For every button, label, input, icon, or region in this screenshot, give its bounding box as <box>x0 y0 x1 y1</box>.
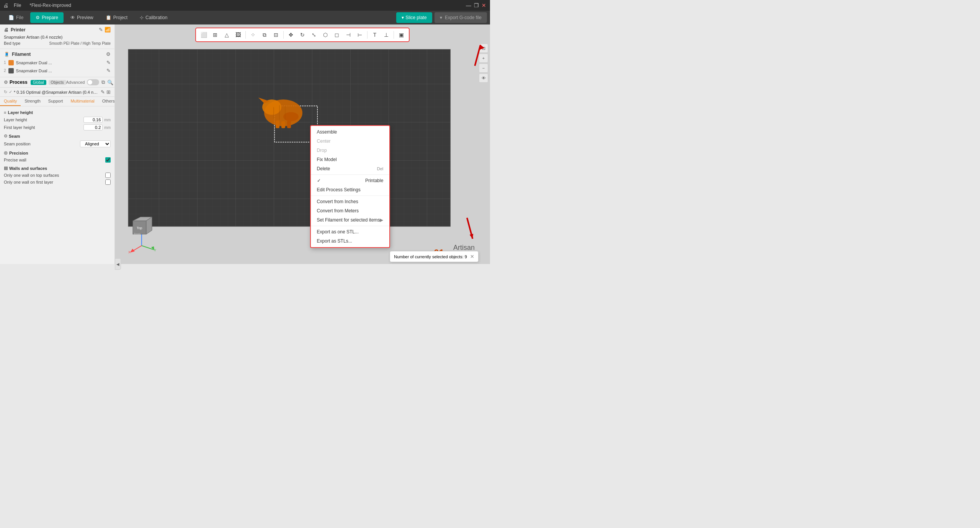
file-menu[interactable]: File <box>11 2 23 9</box>
arrange-button[interactable]: ⊞ <box>210 29 220 40</box>
filament-settings-button[interactable]: ⚙ <box>106 51 111 57</box>
export-button[interactable]: ▾ Export G-code file <box>434 12 487 23</box>
search-process-button[interactable]: ⊞ <box>106 89 111 95</box>
layer-height-input[interactable] <box>83 117 103 123</box>
refresh-icon: ↻ <box>4 90 7 95</box>
view-cube[interactable]: Top Front <box>127 213 154 241</box>
plate-button[interactable]: ▣ <box>396 29 407 40</box>
tab-preview[interactable]: 👁 Preview <box>65 12 99 23</box>
ctx-convert-meters[interactable]: Convert from Meters <box>311 206 390 215</box>
edit-process-button[interactable]: ✎ <box>101 89 105 95</box>
svg-line-20 <box>142 246 153 249</box>
tab-multimaterial[interactable]: Multimaterial <box>67 97 98 106</box>
preview-icon: 👁 <box>70 15 75 20</box>
one-wall-top-row: Only one wall on top surfaces <box>4 172 111 179</box>
add-primitive-button[interactable]: ⬜ <box>198 29 209 40</box>
ctx-export-stls[interactable]: Export as STLs... <box>311 236 390 246</box>
prepare-icon: ⚙ <box>36 15 40 20</box>
text-button[interactable]: T <box>369 29 380 40</box>
ctx-edit-process[interactable]: Edit Process Settings <box>311 185 390 194</box>
ctx-export-one-stl[interactable]: Export as one STL... <box>311 227 390 236</box>
seam-position-row: Seam position Aligned Rear Random <box>4 140 111 148</box>
one-wall-top-checkbox[interactable] <box>105 173 111 178</box>
move-button[interactable]: ✥ <box>286 29 296 40</box>
chevron-down-icon-2: ▾ <box>440 15 442 20</box>
process-selector: ↻ ✓ * 0.16 Optimal @Snapmaker Artisan (0… <box>0 88 114 97</box>
scale-button[interactable]: ⤡ <box>309 29 319 40</box>
box-button[interactable]: ◻ <box>332 29 342 40</box>
ctx-printable[interactable]: ✓ Printable <box>311 176 390 185</box>
one-wall-first-row: Only one wall on first layer <box>4 179 111 186</box>
advanced-toggle[interactable] <box>87 79 99 85</box>
flatten-button[interactable]: ⬡ <box>320 29 331 40</box>
ctx-delete[interactable]: Delete Del <box>311 164 390 173</box>
one-wall-first-checkbox[interactable] <box>105 179 111 185</box>
edit-printer-button[interactable]: ✎ <box>99 27 103 33</box>
badge-global[interactable]: Global <box>31 80 46 85</box>
ctx-set-filament[interactable]: Set Filament for selected items ▶ <box>311 215 390 225</box>
ctx-assemble[interactable]: Assemble <box>311 127 390 137</box>
ctx-export-stls-label: Export as STLs... <box>317 238 352 244</box>
seam-position-select[interactable]: Aligned Rear Random <box>80 140 111 147</box>
slice-button[interactable]: ▾ Slice plate <box>396 12 432 23</box>
context-menu: Assemble Center Drop Fix Model Delete De… <box>310 125 390 248</box>
rotate-button[interactable]: ↻ <box>297 29 308 40</box>
layer-height-icon: ≡ <box>4 110 6 115</box>
zoom-out-button[interactable]: − <box>479 64 488 73</box>
process-copy-button[interactable]: ⧉ <box>101 79 105 85</box>
scatter-button[interactable]: ⁘ <box>248 29 258 40</box>
filament-item-1: 1 Snapmaker Dual ... ✎ <box>4 59 111 67</box>
tab-strength[interactable]: Strength <box>21 97 44 106</box>
support-button[interactable]: ⊥ <box>381 29 392 40</box>
precision-group: ◎ Precision <box>4 150 111 155</box>
process-icon: ⚙ <box>4 80 8 85</box>
ctx-convert-inches[interactable]: Convert from Inches <box>311 197 390 206</box>
titlebar-left: 🖨 File *Flexi-Rex-improved <box>3 2 71 9</box>
ctx-edit-process-label: Edit Process Settings <box>317 187 361 192</box>
printer-section-header: 🖨 Printer ✎ 📶 <box>4 27 111 33</box>
edit-filament-1-button[interactable]: ✎ <box>106 60 111 65</box>
process-search-button[interactable]: 🔍 <box>107 80 113 85</box>
zoom-in-button[interactable]: + <box>479 54 488 63</box>
restore-button[interactable]: ❐ <box>473 2 479 8</box>
close-button[interactable]: ✕ <box>481 2 487 8</box>
filament-section: 🧵 Filament ⚙ 1 Snapmaker Dual ... ✎ 2 Sn… <box>0 49 114 77</box>
filament-item-2: 2 Snapmaker Dual ... ✎ <box>4 67 111 75</box>
first-layer-input[interactable] <box>83 124 103 130</box>
edit-filament-2-button[interactable]: ✎ <box>106 68 111 73</box>
notification-close-button[interactable]: ✕ <box>470 254 474 259</box>
add-image-button[interactable]: 🖼 <box>233 29 243 40</box>
slice-area: ▾ Slice plate ▾ Export G-code file <box>396 12 487 23</box>
add-shape-button[interactable]: △ <box>221 29 232 40</box>
ctx-fix-model[interactable]: Fix Model <box>311 155 390 164</box>
tool2-button[interactable]: ⊢ <box>354 29 365 40</box>
chevron-down-icon: ▾ <box>402 15 404 20</box>
minimize-button[interactable]: — <box>466 2 472 8</box>
viewport: Untitled ⊞ ⬜ ⊞ △ 🖼 ⁘ ⧉ ⊟ ✥ ↻ ⤡ ⬡ ◻ ⊣ ⊢ T… <box>115 24 490 264</box>
tab-support[interactable]: Support <box>44 97 67 106</box>
bed-type-dropdown[interactable]: Smooth PEI Plate / High Temp Plate <box>49 41 111 46</box>
ctx-set-filament-label: Set Filament for selected items <box>317 217 380 223</box>
model-3d[interactable] <box>256 90 306 132</box>
filament-icon: 🧵 <box>4 52 10 57</box>
stack-button[interactable]: ⧉ <box>259 29 270 40</box>
view-button[interactable]: 👁 <box>479 73 488 83</box>
ctx-drop: Drop <box>311 146 390 155</box>
bed-type-row: Bed type Smooth PEI Plate / High Temp Pl… <box>4 40 111 46</box>
precise-wall-checkbox[interactable] <box>105 157 111 163</box>
nav-file[interactable]: 📄 File <box>3 12 29 23</box>
tab-project[interactable]: 📋 Project <box>100 12 133 23</box>
tab-others[interactable]: Others <box>98 97 115 106</box>
svg-text:X: X <box>128 250 131 253</box>
tab-calibration[interactable]: ⊹ Calibration <box>134 12 173 23</box>
tab-prepare[interactable]: ⚙ Prepare <box>30 12 64 23</box>
tool1-button[interactable]: ⊣ <box>343 29 354 40</box>
layer-height-value: mm <box>83 117 111 123</box>
badge-objects[interactable]: Objects <box>49 80 66 85</box>
split-button[interactable]: ⊟ <box>271 29 281 40</box>
settings-area: ≡ Layer height Layer height mm First lay… <box>0 106 114 187</box>
tab-quality[interactable]: Quality <box>0 97 21 106</box>
zoom-fit-button[interactable]: ⊡ <box>479 44 488 53</box>
titlebar-controls[interactable]: — ❐ ✕ <box>466 2 487 8</box>
collapse-panel-button[interactable]: ◀ <box>115 258 121 264</box>
